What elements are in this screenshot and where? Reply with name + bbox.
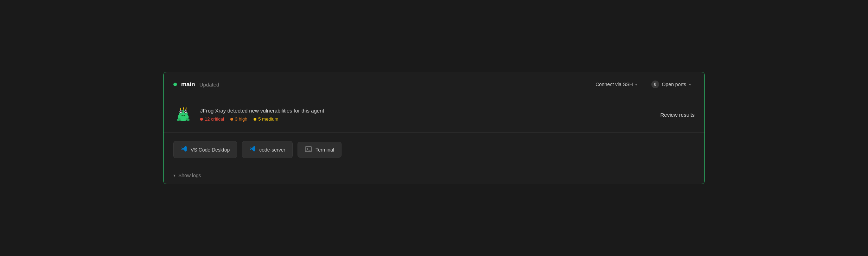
header-right: Connect via SSH ▾ 0 Open ports ▾ — [592, 78, 695, 90]
review-results-button[interactable]: Review results — [660, 112, 695, 118]
medium-badge: 5 medium — [254, 116, 278, 122]
connect-ssh-label: Connect via SSH — [595, 82, 633, 87]
logs-row: ▾ Show logs — [164, 167, 704, 184]
vscode-desktop-button[interactable]: VS Code Desktop — [173, 141, 237, 158]
terminal-icon — [305, 146, 312, 153]
alert-row: JFrog Xray detected new vulnerabilities … — [164, 97, 704, 133]
status-indicator — [173, 83, 177, 86]
critical-count: 12 critical — [205, 116, 224, 122]
chevron-down-icon: ▾ — [173, 173, 175, 178]
svg-rect-13 — [305, 147, 312, 152]
svg-point-7 — [185, 111, 187, 113]
alert-content: JFrog Xray detected new vulnerabilities … — [200, 108, 324, 122]
header-left: main Updated — [173, 81, 219, 88]
svg-point-6 — [180, 111, 182, 113]
show-logs-button[interactable]: ▾ Show logs — [173, 173, 201, 178]
medium-count: 5 medium — [258, 116, 278, 122]
svg-marker-8 — [180, 107, 181, 110]
high-dot — [230, 118, 233, 121]
alert-title: JFrog Xray detected new vulnerabilities … — [200, 108, 324, 114]
high-badge: 3 high — [230, 116, 247, 122]
code-server-label: code-server — [259, 147, 285, 153]
vscode-desktop-label: VS Code Desktop — [191, 147, 230, 153]
open-ports-button[interactable]: 0 Open ports ▾ — [648, 78, 695, 90]
alert-badges: 12 critical 3 high 5 medium — [200, 116, 324, 122]
jfrog-logo — [173, 105, 193, 124]
open-ports-label: Open ports — [662, 82, 686, 87]
code-server-button[interactable]: code-server — [242, 141, 293, 158]
updated-text: Updated — [199, 82, 219, 88]
svg-marker-9 — [183, 107, 184, 110]
header-row: main Updated Connect via SSH ▾ 0 Open po… — [164, 72, 704, 97]
terminal-label: Terminal — [315, 147, 334, 153]
ports-count-badge: 0 — [651, 81, 659, 88]
tools-row: VS Code Desktop code-server Terminal — [164, 133, 704, 167]
show-logs-label: Show logs — [178, 173, 201, 178]
branch-name: main — [181, 81, 195, 88]
connect-ssh-button[interactable]: Connect via SSH ▾ — [592, 79, 641, 89]
chevron-down-icon: ▾ — [689, 82, 691, 87]
main-container: main Updated Connect via SSH ▾ 0 Open po… — [163, 72, 705, 184]
terminal-button[interactable]: Terminal — [298, 142, 342, 158]
code-server-icon — [249, 146, 256, 154]
review-results-label: Review results — [660, 112, 695, 118]
svg-marker-10 — [185, 107, 187, 110]
critical-dot — [200, 118, 203, 121]
chevron-down-icon: ▾ — [635, 82, 637, 87]
high-count: 3 high — [235, 116, 247, 122]
critical-badge: 12 critical — [200, 116, 224, 122]
vscode-icon — [181, 146, 187, 154]
medium-dot — [254, 118, 256, 121]
alert-left: JFrog Xray detected new vulnerabilities … — [173, 105, 324, 124]
